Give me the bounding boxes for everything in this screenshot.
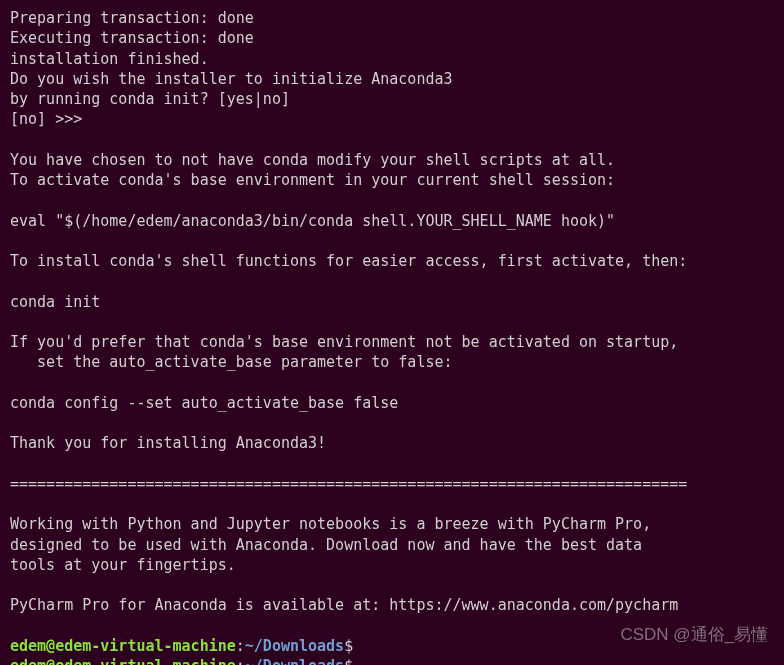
prompt-user-host: edem@edem-virtual-machine <box>10 637 236 655</box>
terminal-output[interactable]: Preparing transaction: doneExecuting tra… <box>10 8 774 636</box>
output-line: Working with Python and Jupyter notebook… <box>10 514 774 534</box>
output-line: PyCharm Pro for Anaconda is available at… <box>10 595 774 615</box>
output-line <box>10 454 774 474</box>
output-line: set the auto_activate_base parameter to … <box>10 352 774 372</box>
output-line: Do you wish the installer to initialize … <box>10 69 774 89</box>
prompt-path: ~/Downloads <box>245 637 344 655</box>
output-line <box>10 312 774 332</box>
output-line <box>10 494 774 514</box>
output-line <box>10 616 774 636</box>
prompt-user-host: edem@edem-virtual-machine <box>10 657 236 665</box>
prompt-separator: : <box>236 657 245 665</box>
output-line: tools at your fingertips. <box>10 555 774 575</box>
output-line: [no] >>> <box>10 109 774 129</box>
output-line: installation finished. <box>10 49 774 69</box>
prompt-dollar: $ <box>344 637 353 655</box>
output-line: eval "$(/home/edem/anaconda3/bin/conda s… <box>10 211 774 231</box>
output-line <box>10 575 774 595</box>
output-line <box>10 373 774 393</box>
output-line <box>10 413 774 433</box>
prompt-path: ~/Downloads <box>245 657 344 665</box>
prompt-dollar: $ <box>344 657 353 665</box>
output-line: Executing transaction: done <box>10 28 774 48</box>
output-line <box>10 271 774 291</box>
output-line <box>10 231 774 251</box>
prompt-line[interactable]: edem@edem-virtual-machine:~/Downloads$ <box>10 656 774 665</box>
output-line: To install conda's shell functions for e… <box>10 251 774 271</box>
output-line: designed to be used with Anaconda. Downl… <box>10 535 774 555</box>
output-line <box>10 190 774 210</box>
output-line: To activate conda's base environment in … <box>10 170 774 190</box>
output-line: If you'd prefer that conda's base enviro… <box>10 332 774 352</box>
output-line: Thank you for installing Anaconda3! <box>10 433 774 453</box>
output-line: ========================================… <box>10 474 774 494</box>
output-line: by running conda init? [yes|no] <box>10 89 774 109</box>
prompt-separator: : <box>236 637 245 655</box>
output-line: conda config --set auto_activate_base fa… <box>10 393 774 413</box>
prompt-line[interactable]: edem@edem-virtual-machine:~/Downloads$ <box>10 636 774 656</box>
output-line: conda init <box>10 292 774 312</box>
output-line: Preparing transaction: done <box>10 8 774 28</box>
output-line: You have chosen to not have conda modify… <box>10 150 774 170</box>
output-line <box>10 130 774 150</box>
